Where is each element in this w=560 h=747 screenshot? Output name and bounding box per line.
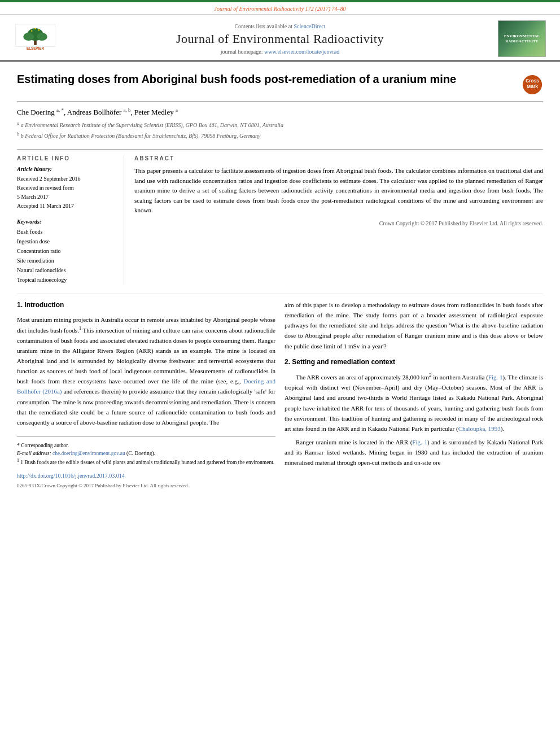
section2-para1: The ARR covers an area of approximately … bbox=[285, 371, 543, 434]
email-footnote: E-mail address: che.doering@environment.… bbox=[17, 449, 275, 457]
fig1-link-2[interactable]: Fig. 1 bbox=[412, 439, 427, 445]
author-andreas-sup: a, b bbox=[123, 107, 130, 113]
author-andreas: Andreas Bollhöfer bbox=[67, 108, 121, 116]
section2-title: Setting and remediation context bbox=[292, 358, 395, 366]
footnotes-section: * Corresponding author. E-mail address: … bbox=[17, 436, 275, 467]
author-peter-sup: a bbox=[176, 107, 178, 113]
journal-header: ELSEVIER Contents lists available at Sci… bbox=[0, 15, 560, 62]
keyword-4: Site remediation bbox=[17, 256, 117, 265]
svg-text:ELSEVIER: ELSEVIER bbox=[27, 46, 44, 50]
article-title-section: Estimating doses from Aboriginal bush fo… bbox=[17, 62, 543, 102]
homepage-line: journal homepage: www.elsevier.com/locat… bbox=[68, 49, 492, 55]
left-column: 1. Introduction Most uranium mining proj… bbox=[17, 300, 275, 490]
section2-num: 2. bbox=[285, 358, 290, 366]
corresponding-footnote: * Corresponding author. bbox=[17, 442, 275, 449]
article-info-abstract-section: ARTICLE INFO Article history: Received 2… bbox=[17, 149, 543, 285]
sciencedirect-link[interactable]: ScienceDirect bbox=[294, 23, 325, 29]
svg-point-6 bbox=[38, 29, 40, 30]
svg-point-5 bbox=[31, 30, 32, 32]
revised-date: 5 March 2017 bbox=[17, 193, 117, 202]
elsevier-logo-svg: ELSEVIER bbox=[11, 22, 59, 53]
crossmark-logo[interactable]: Cross Mark bbox=[522, 74, 543, 95]
intro-para2: aim of this paper is to develop a method… bbox=[285, 300, 543, 351]
authors-section: Che Doering a, *, Andreas Bollhöfer a, b… bbox=[17, 102, 543, 145]
chaloupka-link[interactable]: Chaloupka, 1993 bbox=[458, 425, 501, 432]
email-label: E-mail address: bbox=[17, 451, 51, 456]
author-che: Che Doering bbox=[17, 108, 55, 116]
keyword-3: Concentration ratio bbox=[17, 246, 117, 256]
article-title-container: Estimating doses from Aboriginal bush fo… bbox=[17, 72, 516, 86]
affiliation-b: b b Federal Office for Radiation Protect… bbox=[17, 131, 543, 140]
section2-heading: 2. Setting and remediation context bbox=[285, 357, 543, 368]
section1-title: Introduction bbox=[24, 301, 64, 309]
issn-line: 0265-931X/Crown Copyright © 2017 Publish… bbox=[17, 482, 275, 490]
article-info-panel: ARTICLE INFO Article history: Received 2… bbox=[17, 155, 124, 285]
section1-num: 1. bbox=[17, 301, 23, 309]
keyword-2: Ingestion dose bbox=[17, 237, 117, 246]
affiliation-a: a a Environmental Research Institute of … bbox=[17, 120, 543, 129]
history-label: Article history: bbox=[17, 166, 117, 172]
homepage-link[interactable]: www.elsevier.com/locate/jenvrad bbox=[264, 49, 339, 55]
intro-para1: Most uranium mining projects in Australi… bbox=[17, 314, 275, 427]
contents-available-line: Contents lists available at ScienceDirec… bbox=[68, 23, 492, 29]
svg-text:Mark: Mark bbox=[527, 84, 538, 89]
journal-reference-bar: Journal of Environmental Radioactivity 1… bbox=[0, 2, 560, 15]
journal-header-center: Contents lists available at ScienceDirec… bbox=[68, 23, 492, 55]
main-body-columns: 1. Introduction Most uranium mining proj… bbox=[17, 294, 543, 490]
doi-link[interactable]: http://dx.doi.org/10.1016/j.jenvrad.2017… bbox=[17, 473, 125, 479]
doi-line: http://dx.doi.org/10.1016/j.jenvrad.2017… bbox=[17, 471, 275, 481]
paper-content: Estimating doses from Aboriginal bush fo… bbox=[0, 62, 560, 501]
abstract-text: This paper presents a calculator to faci… bbox=[134, 166, 543, 216]
keywords-label: Keywords: bbox=[17, 219, 117, 225]
footnote-1-sup: 1 bbox=[17, 458, 19, 463]
journal-reference-text: Journal of Environmental Radioactivity 1… bbox=[215, 6, 346, 12]
km2-sup: 2 bbox=[429, 372, 432, 378]
received-revised-label: Received in revised form bbox=[17, 184, 117, 193]
author-che-sup: a, * bbox=[56, 107, 64, 113]
email-link[interactable]: che.doering@environment.gov.au bbox=[53, 451, 126, 456]
authors-line: Che Doering a, *, Andreas Bollhöfer a, b… bbox=[17, 107, 543, 117]
section2-para2: Ranger uranium mine is located in the AR… bbox=[285, 437, 543, 468]
fig1-link-1[interactable]: Fig. 1 bbox=[488, 374, 503, 381]
svg-point-7 bbox=[34, 28, 36, 29]
elsevier-logo-container: ELSEVIER bbox=[11, 22, 62, 55]
keyword-1: Bush foods bbox=[17, 227, 117, 237]
keyword-5: Natural radionuclides bbox=[17, 265, 117, 275]
section1-heading: 1. Introduction bbox=[17, 300, 275, 311]
svg-text:Cross: Cross bbox=[526, 78, 539, 84]
journal-title-heading: Journal of Environmental Radioactivity bbox=[68, 32, 492, 46]
abstract-section: ABSTRACT This paper presents a calculato… bbox=[134, 155, 543, 285]
svg-point-4 bbox=[37, 33, 47, 41]
ref-1: 1 bbox=[79, 326, 81, 331]
article-title: Estimating doses from Aboriginal bush fo… bbox=[17, 72, 516, 86]
copyright-line: Crown Copyright © 2017 Published by Else… bbox=[134, 220, 543, 226]
accepted-date: Accepted 11 March 2017 bbox=[17, 202, 117, 211]
footnote-1-text: 1 1 Bush foods are the edible tissues of… bbox=[17, 457, 275, 466]
right-column: aim of this paper is to develop a method… bbox=[285, 300, 543, 490]
author-peter: Peter Medley bbox=[134, 108, 174, 116]
keywords-section: Keywords: Bush foods Ingestion dose Conc… bbox=[17, 219, 117, 285]
doering-link[interactable]: Doering and Bollhöfer (2016a) bbox=[17, 378, 275, 395]
abstract-label: ABSTRACT bbox=[134, 155, 543, 161]
journal-cover-thumbnail: ENVIRONMENTALRADIOACTIVITY bbox=[498, 20, 546, 57]
keyword-6: Tropical radioecology bbox=[17, 275, 117, 285]
article-info-label: ARTICLE INFO bbox=[17, 155, 117, 161]
journal-cover-image: ENVIRONMENTALRADIOACTIVITY bbox=[498, 20, 549, 57]
svg-point-3 bbox=[23, 33, 34, 41]
received-date: Received 2 September 2016 bbox=[17, 174, 117, 184]
